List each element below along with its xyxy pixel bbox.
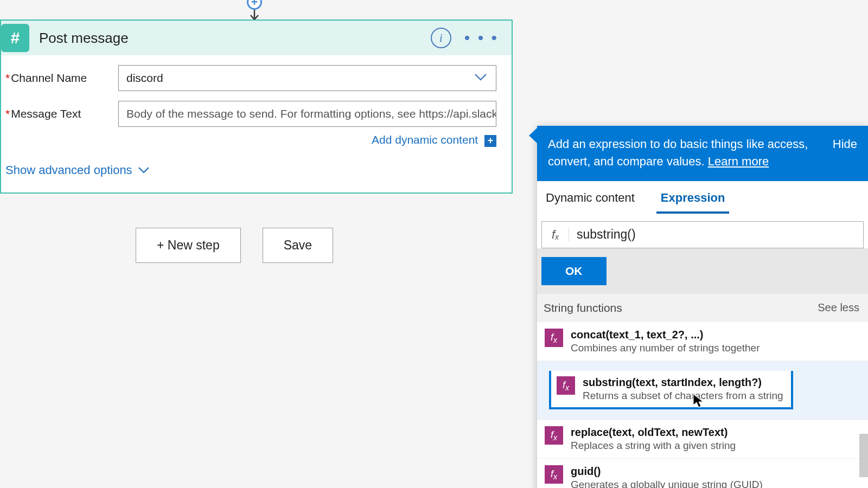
card-header: # Post message i • • • [1,21,512,55]
info-icon[interactable]: i [431,28,451,48]
function-description: Generates a globally unique string (GUID… [571,479,763,488]
show-advanced-options-toggle[interactable]: Show advanced options [1,147,512,177]
panel-banner: Add an expression to do basic things lik… [537,126,868,181]
function-signature: concat(text_1, text_2?, ...) [571,329,760,341]
fx-icon: fx [545,426,563,445]
card-menu-button[interactable]: • • • [461,29,502,47]
message-text-label: *Message Text [5,107,108,120]
new-step-button[interactable]: + New step [136,228,241,263]
field-message-text: *Message Text Body of the message to sen… [1,91,512,127]
function-item-substring[interactable]: fx substring(text, startIndex, length?) … [549,371,793,409]
function-signature: replace(text, oldText, newText) [571,426,736,439]
function-item-concat[interactable]: fx concat(text_1, text_2?, ...) Combines… [537,322,868,361]
learn-more-link[interactable]: Learn more [708,155,769,168]
message-text-input[interactable]: Body of the message to send. For formatt… [118,101,496,127]
add-dynamic-content-plus-icon[interactable]: + [484,135,496,147]
fx-icon: fx [542,228,569,242]
channel-name-label: *Channel Name [5,72,108,85]
tab-expression[interactable]: Expression [656,188,730,214]
fx-icon: fx [545,465,563,484]
panel-pointer-icon [529,128,537,143]
function-signature: substring(text, startIndex, length?) [583,376,783,389]
expression-panel: Add an expression to do basic things lik… [537,126,868,488]
hide-panel-link[interactable]: Hide [833,136,857,170]
channel-name-value: discord [126,72,163,85]
save-button[interactable]: Save [263,228,333,263]
add-step-inline-button[interactable]: + [247,0,262,10]
fx-icon: fx [545,329,563,347]
action-card-post-message: # Post message i • • • *Channel Name dis… [0,20,513,194]
panel-scrollbar[interactable] [859,434,868,477]
function-signature: guid() [571,465,763,478]
expression-input[interactable] [569,227,863,242]
function-description: Replaces a string with a given string [571,440,736,452]
function-list: fx concat(text_1, text_2?, ...) Combines… [537,322,868,488]
flow-connector: + [247,0,262,22]
panel-banner-text: Add an expression to do basic things lik… [548,137,808,168]
chevron-down-icon [138,163,150,177]
function-item-replace[interactable]: fx replace(text, oldText, newText) Repla… [537,419,868,458]
card-title: Post message [39,30,421,47]
expression-input-row: fx [537,214,868,248]
panel-tabs: Dynamic content Expression [537,181,868,214]
fx-icon: fx [557,376,575,395]
see-less-link[interactable]: See less [818,301,859,314]
add-dynamic-content-row: Add dynamic content + [1,127,512,147]
message-text-placeholder: Body of the message to send. For formatt… [126,107,496,120]
function-item-guid[interactable]: fx guid() Generates a globally unique st… [537,458,868,488]
chevron-down-icon[interactable] [474,72,487,85]
tab-dynamic-content[interactable]: Dynamic content [541,188,639,214]
channel-name-select[interactable]: discord [118,65,496,91]
function-item-substring-wrap[interactable]: fx substring(text, startIndex, length?) … [537,361,868,419]
slack-icon: # [1,24,29,52]
function-section-header: String functions See less [537,294,868,322]
ok-row: OK [537,248,868,294]
ok-button[interactable]: OK [541,257,607,285]
add-dynamic-content-link[interactable]: Add dynamic content [372,133,478,146]
function-description: Combines any number of strings together [571,342,760,354]
flow-footer-buttons: + New step Save [136,228,333,263]
field-channel-name: *Channel Name discord [1,55,512,91]
section-title: String functions [544,301,622,314]
function-description: Returns a subset of characters from a st… [583,390,783,402]
